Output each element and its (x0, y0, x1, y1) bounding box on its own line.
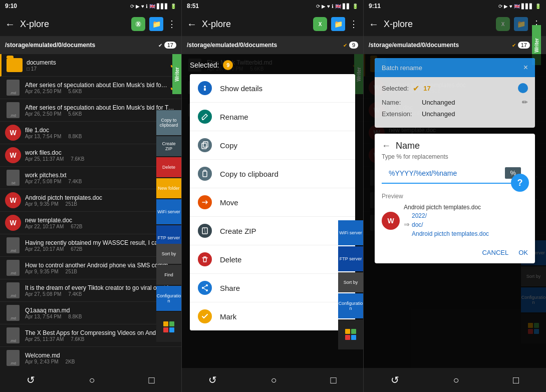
file-name: After series of speculation about Elon M… (25, 104, 176, 111)
more-options-2[interactable]: ⋮ (349, 19, 358, 30)
xplore-icon-3[interactable]: X (496, 17, 510, 31)
list-item[interactable]: W Android pictch templates.doc Apr 9, 9:… (0, 189, 181, 212)
list-item[interactable]: .md After series of speculation about El… (0, 99, 181, 122)
nav-home-1[interactable]: ○ (89, 374, 95, 386)
list-item[interactable]: .md Welcome.md Apr 9, 2:43 PM 2KB (0, 347, 181, 368)
path-text-2: /storage/emulated/0/documents (187, 42, 341, 49)
preview-new-line1: 2022/ (412, 212, 427, 219)
list-item[interactable]: .txt work pitches.txt Apr 27, 5:08 PM 7.… (0, 167, 181, 189)
ctx-copy-label: Copy (220, 141, 237, 150)
ctx-move[interactable]: Move (190, 188, 355, 217)
back-button-2[interactable]: ← (187, 19, 197, 30)
file-icon-doc: W (5, 147, 21, 163)
svg-point-3 (204, 86, 206, 88)
nav-home-2[interactable]: ○ (270, 374, 277, 386)
back-button-3[interactable]: ← (369, 19, 379, 30)
list-item[interactable]: .md The X Best Apps for Compressing Vide… (0, 324, 181, 347)
wifi-server-btn-2[interactable]: WiFi server (338, 220, 363, 245)
sort-btn-2[interactable]: Sort by (338, 272, 363, 292)
folder-icon-2[interactable]: 📁 (331, 17, 345, 31)
ftp-server-btn-2[interactable]: FTP server (338, 246, 363, 271)
cancel-button-3[interactable]: CANCEL (482, 249, 508, 256)
file-list-1[interactable]: documents □ 17 ✔ .md After series of spe… (0, 54, 181, 368)
config-buttons-btn-2[interactable] (338, 319, 363, 349)
list-item[interactable]: .md How to control another Android phone… (0, 257, 181, 279)
config-buttons-btn-1[interactable] (156, 312, 181, 342)
bottom-nav-3: ↺ ○ □ (364, 368, 546, 392)
ok-button-3[interactable]: OK (518, 249, 528, 256)
preview-new-line2: doc/ (412, 221, 423, 228)
help-fab[interactable]: ? (511, 174, 529, 192)
copy-clipboard-btn[interactable]: Copy toclipboard (156, 110, 181, 135)
xplore-icon-2[interactable]: X (313, 17, 327, 31)
ctx-copy-to-clipboard[interactable]: Copy to clipboard (190, 160, 355, 188)
file-name: new template.doc (25, 217, 176, 224)
list-item[interactable]: W file 1.doc Apr 13, 7:54 PM 8.8KB (0, 122, 181, 144)
preview-new-line3: Android pictch templates.doc (412, 230, 489, 237)
batch-rename-close-btn[interactable]: × (523, 63, 528, 72)
folder-icon-3[interactable]: 📁 (514, 17, 528, 31)
file-icon-md: .md (5, 305, 21, 321)
xplore-icon-1[interactable]: X (131, 17, 145, 31)
list-item[interactable]: .md It is the dream of every Tiktok crea… (0, 279, 181, 302)
ctx-rename[interactable]: Rename (190, 103, 355, 131)
configure-btn-1[interactable]: Configuration (156, 286, 181, 311)
nav-back-2[interactable]: ↺ (208, 374, 217, 386)
bottom-nav-1: ↺ ○ □ (0, 368, 181, 392)
svg-rect-8 (203, 171, 207, 177)
file-icon-md: .md (5, 102, 21, 118)
new-folder-btn[interactable]: New folder (156, 178, 181, 198)
wifi-server-btn[interactable]: WiFi server (156, 199, 181, 224)
file-icon-md: .md (5, 237, 21, 253)
nav-recent-3[interactable]: □ (513, 374, 519, 386)
ctx-show-details[interactable]: Show details (190, 74, 355, 103)
file-info: It is the dream of every Tiktok creator … (25, 284, 176, 297)
list-item[interactable]: .md Q1aaaq man.md Apr 13, 7:54 PM 8.8KB (0, 302, 181, 324)
delete-side-btn[interactable]: Delete (156, 157, 181, 177)
bottom-side-actions-1: Sort by Find Configuration (156, 244, 181, 342)
name-dialog-title: Name (396, 141, 420, 151)
create-zip-side-btn[interactable]: CreateZIP (156, 136, 181, 156)
status-time-2: 8:51 (187, 3, 199, 10)
nav-home-3[interactable]: ○ (453, 374, 459, 386)
writer-tab-1[interactable]: Writer (172, 54, 181, 94)
more-options-1[interactable]: ⋮ (167, 19, 176, 30)
nav-recent-2[interactable]: □ (330, 374, 336, 386)
svg-point-13 (206, 289, 208, 291)
ctx-create-zip[interactable]: Create ZIP (190, 217, 355, 245)
app-title-3: X-plore (384, 19, 491, 30)
list-item[interactable]: .md Having recently obtained my WASSCE r… (0, 234, 181, 257)
play-icon-3: ▶ (504, 4, 508, 9)
list-item[interactable]: W work files.doc Apr 25, 11:37 AM 7.6KB (0, 144, 181, 167)
ctx-share[interactable]: Share (190, 274, 355, 302)
preview-info: Android pictch templates.doc ⇒ 2022/ doc… (404, 204, 528, 238)
list-item[interactable]: W new template.doc Apr 22, 10:17 AM 672B (0, 212, 181, 234)
nav-back-3[interactable]: ↺ (391, 374, 399, 386)
back-button-1[interactable]: ← (5, 19, 15, 30)
edit-icon[interactable]: ✏ (522, 98, 528, 106)
path-badge-1: 17 (164, 42, 176, 49)
folder-icon-1[interactable]: 📁 (149, 17, 163, 31)
folder-item-documents[interactable]: documents □ 17 ✔ (0, 54, 181, 77)
file-meta: Apr 9, 9:35 PM 251B (25, 201, 176, 207)
nav-back-1[interactable]: ↺ (27, 374, 35, 386)
name-input[interactable] (389, 169, 505, 177)
ctx-show-details-label: Show details (220, 84, 262, 93)
list-item[interactable]: .md After series of speculation about El… (0, 77, 181, 99)
selected-label-2: Selected: (190, 61, 219, 69)
info-icon-2: ℹ (332, 4, 334, 9)
find-btn[interactable]: Find (156, 265, 181, 285)
flag-icon: 🇬🇧 (149, 4, 155, 9)
ctx-mark[interactable]: Mark (190, 302, 355, 330)
file-meta: Apr 27, 5:08 PM 7.4KB (25, 291, 176, 297)
ctx-delete[interactable]: Delete (190, 245, 355, 274)
configure-btn-2[interactable]: Configuration (338, 293, 363, 318)
file-meta: Apr 25, 11:37 AM 7.6KB (25, 336, 176, 342)
sort-btn[interactable]: Sort by (156, 244, 181, 264)
ctx-copy[interactable]: Copy (190, 131, 355, 160)
file-info: file 1.doc Apr 13, 7:54 PM 8.8KB (25, 127, 176, 139)
preview-label: Preview (382, 193, 528, 200)
name-dialog-back-btn[interactable]: ← (382, 141, 391, 151)
nav-recent-1[interactable]: □ (148, 374, 154, 386)
file-meta: Apr 26, 2:50 PM 5.6KB (25, 111, 176, 117)
